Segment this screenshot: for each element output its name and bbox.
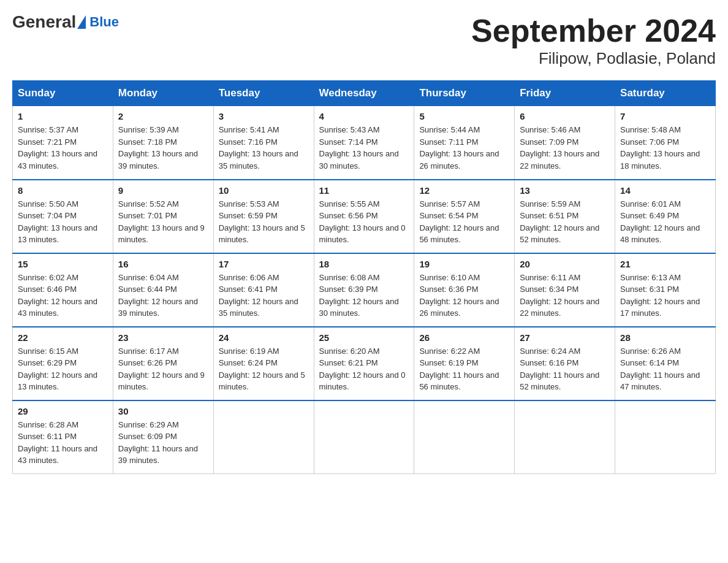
- day-info: Sunrise: 5:37 AMSunset: 7:21 PMDaylight:…: [18, 124, 108, 172]
- day-info: Sunrise: 6:02 AMSunset: 6:46 PMDaylight:…: [18, 272, 108, 320]
- calendar-cell: [414, 400, 515, 474]
- calendar-cell: 18Sunrise: 6:08 AMSunset: 6:39 PMDayligh…: [314, 253, 414, 327]
- logo-blue-text: Blue: [89, 14, 119, 30]
- month-year-title: September 2024: [471, 12, 716, 49]
- day-info: Sunrise: 6:15 AMSunset: 6:29 PMDaylight:…: [18, 345, 108, 393]
- day-number: 30: [118, 406, 208, 416]
- calendar-cell: 14Sunrise: 6:01 AMSunset: 6:49 PMDayligh…: [615, 180, 716, 253]
- day-info: Sunrise: 6:20 AMSunset: 6:21 PMDaylight:…: [319, 345, 409, 393]
- day-info: Sunrise: 6:19 AMSunset: 6:24 PMDaylight:…: [219, 345, 309, 393]
- calendar-cell: 2Sunrise: 5:39 AMSunset: 7:18 PMDaylight…: [113, 106, 213, 180]
- calendar-cell: 11Sunrise: 5:55 AMSunset: 6:56 PMDayligh…: [314, 180, 414, 253]
- calendar-cell: 9Sunrise: 5:52 AMSunset: 7:01 PMDaylight…: [113, 180, 213, 253]
- day-info: Sunrise: 6:01 AMSunset: 6:49 PMDaylight:…: [620, 198, 710, 246]
- day-number: 27: [520, 332, 610, 343]
- day-number: 4: [319, 111, 409, 121]
- calendar-cell: 12Sunrise: 5:57 AMSunset: 6:54 PMDayligh…: [414, 180, 515, 253]
- calendar-cell: 15Sunrise: 6:02 AMSunset: 6:46 PMDayligh…: [13, 253, 113, 327]
- calendar-cell: 29Sunrise: 6:28 AMSunset: 6:11 PMDayligh…: [13, 400, 113, 474]
- location-subtitle: Filipow, Podlasie, Poland: [471, 49, 716, 68]
- day-number: 10: [219, 185, 309, 196]
- day-number: 1: [18, 111, 108, 121]
- calendar-cell: [615, 400, 716, 474]
- calendar-cell: [213, 400, 314, 474]
- day-number: 5: [419, 111, 509, 121]
- day-number: 16: [118, 259, 208, 269]
- day-number: 6: [520, 111, 610, 121]
- day-number: 22: [18, 332, 108, 343]
- logo: General Blue: [12, 12, 119, 32]
- day-info: Sunrise: 6:17 AMSunset: 6:26 PMDaylight:…: [118, 345, 208, 393]
- calendar-cell: 26Sunrise: 6:22 AMSunset: 6:19 PMDayligh…: [414, 327, 515, 400]
- calendar-week-row: 15Sunrise: 6:02 AMSunset: 6:46 PMDayligh…: [13, 253, 716, 327]
- calendar-cell: 22Sunrise: 6:15 AMSunset: 6:29 PMDayligh…: [13, 327, 113, 400]
- day-info: Sunrise: 5:43 AMSunset: 7:14 PMDaylight:…: [319, 124, 409, 172]
- logo-triangle-icon: [77, 15, 86, 29]
- calendar-cell: 20Sunrise: 6:11 AMSunset: 6:34 PMDayligh…: [515, 253, 615, 327]
- day-number: 15: [18, 259, 108, 269]
- calendar-cell: 21Sunrise: 6:13 AMSunset: 6:31 PMDayligh…: [615, 253, 716, 327]
- day-info: Sunrise: 5:52 AMSunset: 7:01 PMDaylight:…: [118, 198, 208, 246]
- calendar-cell: 24Sunrise: 6:19 AMSunset: 6:24 PMDayligh…: [213, 327, 314, 400]
- day-info: Sunrise: 5:50 AMSunset: 7:04 PMDaylight:…: [18, 198, 108, 246]
- day-info: Sunrise: 5:39 AMSunset: 7:18 PMDaylight:…: [118, 124, 208, 172]
- calendar-cell: 27Sunrise: 6:24 AMSunset: 6:16 PMDayligh…: [515, 327, 615, 400]
- calendar-cell: 6Sunrise: 5:46 AMSunset: 7:09 PMDaylight…: [515, 106, 615, 180]
- day-info: Sunrise: 6:29 AMSunset: 6:09 PMDaylight:…: [118, 419, 208, 467]
- calendar-cell: 30Sunrise: 6:29 AMSunset: 6:09 PMDayligh…: [113, 400, 213, 474]
- day-info: Sunrise: 6:08 AMSunset: 6:39 PMDaylight:…: [319, 272, 409, 320]
- day-info: Sunrise: 6:04 AMSunset: 6:44 PMDaylight:…: [118, 272, 208, 320]
- day-info: Sunrise: 5:57 AMSunset: 6:54 PMDaylight:…: [419, 198, 509, 246]
- calendar-cell: [314, 400, 414, 474]
- calendar-cell: 17Sunrise: 6:06 AMSunset: 6:41 PMDayligh…: [213, 253, 314, 327]
- day-info: Sunrise: 6:06 AMSunset: 6:41 PMDaylight:…: [219, 272, 309, 320]
- calendar-week-row: 29Sunrise: 6:28 AMSunset: 6:11 PMDayligh…: [13, 400, 716, 474]
- day-info: Sunrise: 5:59 AMSunset: 6:51 PMDaylight:…: [520, 198, 610, 246]
- calendar-week-row: 1Sunrise: 5:37 AMSunset: 7:21 PMDaylight…: [13, 106, 716, 180]
- day-number: 8: [18, 185, 108, 196]
- day-info: Sunrise: 6:24 AMSunset: 6:16 PMDaylight:…: [520, 345, 610, 393]
- day-number: 18: [319, 259, 409, 269]
- day-number: 12: [419, 185, 509, 196]
- weekday-header-thursday: Thursday: [414, 81, 515, 106]
- day-number: 2: [118, 111, 208, 121]
- day-info: Sunrise: 6:11 AMSunset: 6:34 PMDaylight:…: [520, 272, 610, 320]
- day-number: 25: [319, 332, 409, 343]
- day-number: 3: [219, 111, 309, 121]
- day-number: 11: [319, 185, 409, 196]
- calendar-week-row: 22Sunrise: 6:15 AMSunset: 6:29 PMDayligh…: [13, 327, 716, 400]
- day-number: 19: [419, 259, 509, 269]
- day-number: 24: [219, 332, 309, 343]
- day-number: 9: [118, 185, 208, 196]
- calendar-cell: 1Sunrise: 5:37 AMSunset: 7:21 PMDaylight…: [13, 106, 113, 180]
- calendar-cell: 19Sunrise: 6:10 AMSunset: 6:36 PMDayligh…: [414, 253, 515, 327]
- calendar-cell: 13Sunrise: 5:59 AMSunset: 6:51 PMDayligh…: [515, 180, 615, 253]
- day-number: 26: [419, 332, 509, 343]
- calendar-cell: 3Sunrise: 5:41 AMSunset: 7:16 PMDaylight…: [213, 106, 314, 180]
- weekday-header-row: SundayMondayTuesdayWednesdayThursdayFrid…: [13, 81, 716, 106]
- day-number: 29: [18, 406, 108, 416]
- calendar-cell: 8Sunrise: 5:50 AMSunset: 7:04 PMDaylight…: [13, 180, 113, 253]
- logo-general-text: General: [12, 12, 76, 32]
- page-header: General Blue September 2024 Filipow, Pod…: [12, 12, 716, 68]
- day-info: Sunrise: 5:44 AMSunset: 7:11 PMDaylight:…: [419, 124, 509, 172]
- calendar-cell: [515, 400, 615, 474]
- day-info: Sunrise: 5:55 AMSunset: 6:56 PMDaylight:…: [319, 198, 409, 246]
- day-number: 14: [620, 185, 710, 196]
- weekday-header-saturday: Saturday: [615, 81, 716, 106]
- day-info: Sunrise: 5:41 AMSunset: 7:16 PMDaylight:…: [219, 124, 309, 172]
- day-info: Sunrise: 6:26 AMSunset: 6:14 PMDaylight:…: [620, 345, 710, 393]
- weekday-header-friday: Friday: [515, 81, 615, 106]
- day-number: 17: [219, 259, 309, 269]
- calendar-cell: 25Sunrise: 6:20 AMSunset: 6:21 PMDayligh…: [314, 327, 414, 400]
- calendar-cell: 5Sunrise: 5:44 AMSunset: 7:11 PMDaylight…: [414, 106, 515, 180]
- weekday-header-tuesday: Tuesday: [213, 81, 314, 106]
- day-info: Sunrise: 6:28 AMSunset: 6:11 PMDaylight:…: [18, 419, 108, 467]
- day-number: 13: [520, 185, 610, 196]
- calendar-cell: 7Sunrise: 5:48 AMSunset: 7:06 PMDaylight…: [615, 106, 716, 180]
- calendar-cell: 16Sunrise: 6:04 AMSunset: 6:44 PMDayligh…: [113, 253, 213, 327]
- calendar-cell: 28Sunrise: 6:26 AMSunset: 6:14 PMDayligh…: [615, 327, 716, 400]
- day-number: 21: [620, 259, 710, 269]
- calendar-cell: 4Sunrise: 5:43 AMSunset: 7:14 PMDaylight…: [314, 106, 414, 180]
- day-info: Sunrise: 6:13 AMSunset: 6:31 PMDaylight:…: [620, 272, 710, 320]
